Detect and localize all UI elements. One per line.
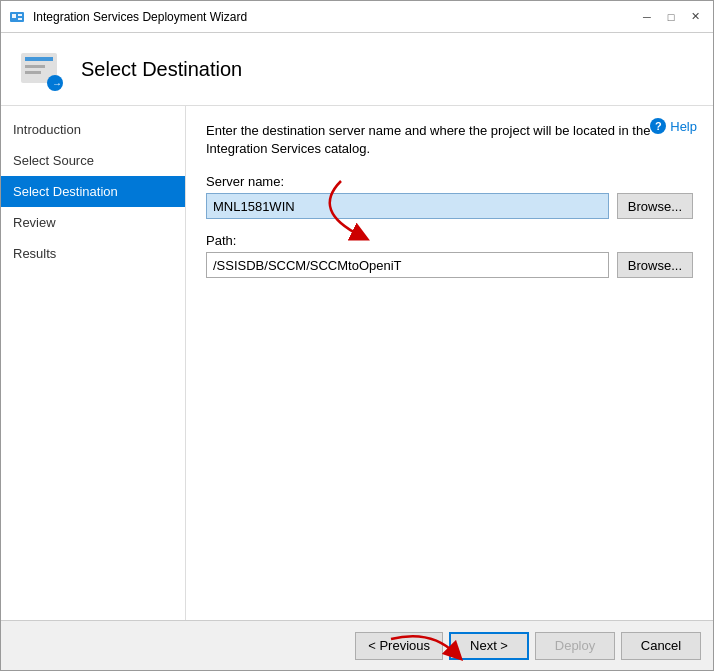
sidebar-item-introduction[interactable]: Introduction (1, 114, 185, 145)
svg-rect-1 (12, 14, 16, 18)
cancel-button[interactable]: Cancel (621, 632, 701, 660)
header-icon: → (17, 45, 65, 93)
footer: 17 < Previous Next > Deploy Cancel (1, 620, 713, 670)
svg-rect-5 (25, 57, 53, 61)
sidebar-item-review[interactable]: Review (1, 207, 185, 238)
page-title: Select Destination (81, 58, 242, 81)
header-bar: → Select Destination (1, 33, 713, 106)
server-name-browse-button[interactable]: Browse... (617, 193, 693, 219)
path-input[interactable] (206, 252, 609, 278)
svg-rect-2 (18, 14, 22, 16)
server-name-label: Server name: (206, 174, 693, 189)
path-row: Browse... (206, 252, 693, 278)
help-link[interactable]: ? Help (650, 118, 697, 134)
main-content: Introduction Select Source Select Destin… (1, 106, 713, 620)
app-icon (9, 9, 25, 25)
arrow-annotation-1 (331, 181, 391, 241)
minimize-button[interactable]: ─ (637, 7, 657, 27)
svg-rect-6 (25, 65, 45, 68)
title-bar: Integration Services Deployment Wizard ─… (1, 1, 713, 33)
help-icon: ? (650, 118, 666, 134)
maximize-button[interactable]: □ (661, 7, 681, 27)
title-bar-controls: ─ □ ✕ (637, 7, 705, 27)
wizard-window: Integration Services Deployment Wizard ─… (0, 0, 714, 671)
close-button[interactable]: ✕ (685, 7, 705, 27)
server-name-group: Server name: Browse... (206, 174, 693, 219)
path-group: Path: Browse... (206, 233, 693, 278)
svg-rect-3 (18, 18, 22, 20)
content-area: ? Help Enter the destination server name… (186, 106, 713, 620)
path-browse-button[interactable]: Browse... (617, 252, 693, 278)
sidebar-item-select-destination[interactable]: Select Destination (1, 176, 185, 207)
sidebar-item-results[interactable]: Results (1, 238, 185, 269)
server-name-row: Browse... (206, 193, 693, 219)
sidebar: Introduction Select Source Select Destin… (1, 106, 186, 620)
server-name-input[interactable] (206, 193, 609, 219)
deploy-button[interactable]: Deploy (535, 632, 615, 660)
title-bar-left: Integration Services Deployment Wizard (9, 9, 247, 25)
footer-arrow (391, 639, 471, 669)
svg-rect-7 (25, 71, 41, 74)
description-text: Enter the destination server name and wh… (206, 122, 666, 158)
path-label: Path: (206, 233, 693, 248)
sidebar-item-select-source[interactable]: Select Source (1, 145, 185, 176)
window-title: Integration Services Deployment Wizard (33, 10, 247, 24)
svg-text:→: → (52, 78, 62, 89)
